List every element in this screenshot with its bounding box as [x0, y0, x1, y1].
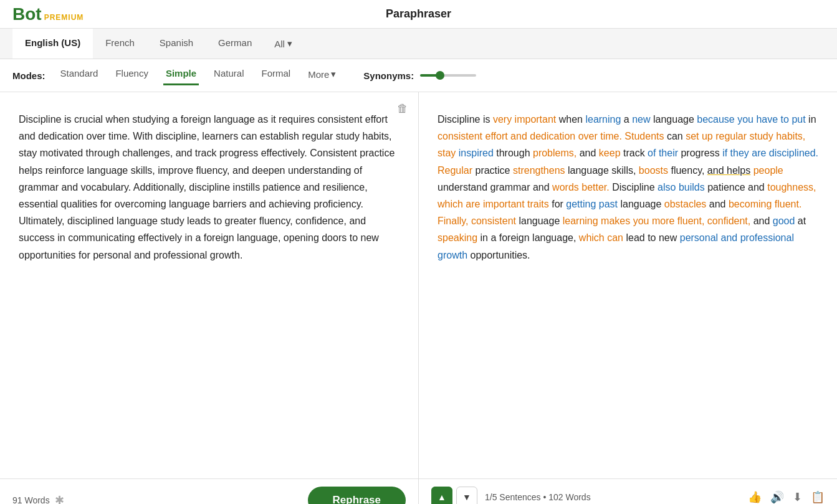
input-panel: 🗑 Discipline is crucial when studying a … [0, 92, 419, 478]
modes-bar: Modes: Standard Fluency Simple Natural F… [0, 59, 837, 92]
highlighted-word[interactable]: strengthens [513, 165, 565, 176]
highlighted-word[interactable]: boosts [639, 165, 668, 176]
chevron-down-icon: ▾ [331, 69, 336, 80]
nav-up-button[interactable]: ▲ [431, 487, 452, 504]
highlighted-word[interactable]: because you have to put [697, 114, 805, 125]
highlighted-word[interactable]: inspired [459, 148, 494, 158]
highlighted-word[interactable]: people [753, 165, 783, 176]
snowflake-icon[interactable]: ✱ [55, 493, 64, 504]
sentence-info: 1/5 Sentences • 102 Words [485, 492, 591, 502]
highlighted-word[interactable]: which can [579, 232, 623, 243]
output-panel: Discipline is very important when learni… [419, 92, 837, 478]
mode-standard[interactable]: Standard [58, 65, 101, 85]
bottom-bar-left-wrap: 91 Words ✱ Rephrase [0, 478, 419, 504]
highlighted-word[interactable]: learning makes you more fluent, confiden… [563, 216, 751, 226]
mode-simple[interactable]: Simple [163, 65, 199, 85]
tab-german[interactable]: German [206, 29, 264, 59]
more-label: More [308, 69, 329, 80]
language-tabs: English (US) French Spanish German All ▾ [0, 29, 837, 59]
all-label: All [274, 39, 285, 49]
highlighted-word[interactable]: Regular [438, 165, 472, 176]
highlighted-word[interactable]: getting past [566, 199, 618, 209]
mode-more[interactable]: More ▾ [305, 66, 338, 85]
panel-bottom-right: ▲ ▼ 1/5 Sentences • 102 Words 👍 🔊 ⬇ 📋 [419, 478, 837, 504]
app-header: Bot PREMIUM Paraphraser [0, 0, 837, 29]
highlighted-word[interactable]: and helps [707, 165, 750, 176]
panel-bottom-left: 91 Words ✱ Rephrase [0, 478, 418, 504]
tab-french[interactable]: French [93, 29, 147, 59]
synonyms-section: Synonyms: [363, 70, 476, 81]
highlighted-word[interactable]: very important [493, 114, 556, 125]
highlighted-word[interactable]: Students [624, 131, 664, 141]
highlighted-word[interactable]: obstacles [664, 199, 707, 209]
bottom-bars: 91 Words ✱ Rephrase ▲ ▼ 1/5 Sentences • … [0, 478, 837, 504]
highlighted-word[interactable]: good [773, 216, 795, 226]
highlighted-word[interactable]: speaking [438, 232, 477, 243]
page-title: Paraphraser [386, 7, 451, 21]
mode-formal[interactable]: Formal [259, 65, 293, 85]
sentence-nav: ▲ ▼ 1/5 Sentences • 102 Words [431, 487, 595, 504]
rephrase-button[interactable]: Rephrase [308, 487, 406, 504]
highlighted-word[interactable]: of their [648, 148, 678, 158]
synonyms-label: Synonyms: [363, 70, 414, 81]
nav-down-button[interactable]: ▼ [456, 487, 477, 504]
delete-icon[interactable]: 🗑 [397, 102, 408, 115]
highlighted-word[interactable]: problems, [533, 148, 576, 158]
logo-bot-text: Bot [12, 4, 42, 24]
output-actions: 👍 🔊 ⬇ 📋 [748, 490, 825, 504]
mode-fluency[interactable]: Fluency [113, 65, 151, 85]
synonyms-slider[interactable] [420, 74, 476, 77]
tab-english-us[interactable]: English (US) [12, 29, 93, 59]
mode-natural[interactable]: Natural [211, 65, 246, 85]
word-count-text: 91 Words [12, 495, 50, 504]
highlighted-word[interactable]: learning [585, 114, 621, 125]
word-count-output: 102 Words [548, 492, 590, 502]
copy-icon[interactable]: 📋 [811, 490, 825, 504]
input-text[interactable]: Discipline is crucial when studying a fo… [19, 111, 399, 466]
dot-separator: • [543, 492, 548, 502]
word-count-section: 91 Words ✱ [12, 493, 64, 504]
main-content: 🗑 Discipline is crucial when studying a … [0, 92, 837, 478]
bottom-bar-right-wrap: ▲ ▼ 1/5 Sentences • 102 Words 👍 🔊 ⬇ 📋 [419, 478, 837, 504]
speaker-icon[interactable]: 🔊 [770, 490, 784, 504]
tab-all[interactable]: All ▾ [264, 29, 302, 58]
highlighted-word[interactable]: new [632, 114, 650, 125]
logo-premium-text: PREMIUM [44, 13, 84, 22]
output-text: Discipline is very important when learni… [438, 111, 818, 466]
tab-spanish[interactable]: Spanish [147, 29, 206, 59]
highlighted-word[interactable]: also builds [658, 182, 705, 193]
highlighted-word[interactable]: keep [599, 148, 621, 158]
sentence-nav-text: 1/5 Sentences [485, 492, 541, 502]
slider-thumb [436, 71, 444, 80]
download-icon[interactable]: ⬇ [793, 490, 802, 504]
highlighted-word[interactable]: words better. [552, 182, 610, 193]
chevron-down-icon: ▾ [287, 38, 292, 49]
thumbs-up-icon[interactable]: 👍 [748, 490, 762, 504]
app-logo: Bot PREMIUM [12, 4, 84, 24]
highlighted-word[interactable]: consistent effort and dedication over ti… [438, 131, 622, 141]
highlighted-word[interactable]: if they are disciplined. [722, 148, 818, 158]
modes-label: Modes: [12, 70, 45, 81]
